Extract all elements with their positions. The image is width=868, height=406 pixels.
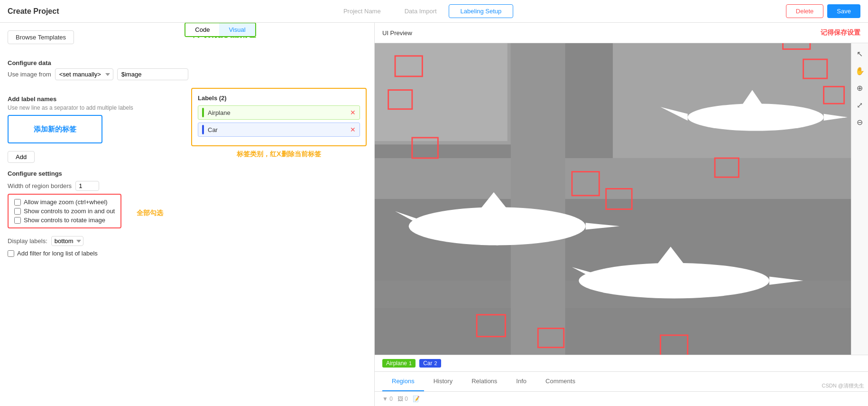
configure-data-section: Configure data Use image from <set manua… <box>8 59 367 80</box>
checkbox-group-row: Allow image zoom (ctrl+wheel) Show contr… <box>8 194 367 232</box>
image-source-select[interactable]: <set manually> <box>55 68 113 80</box>
left-panel: Browse Templates 代码或视觉增删标签 Code Visual C… <box>0 23 375 406</box>
visual-toggle-button[interactable]: Visual <box>219 23 255 36</box>
show-zoom-controls-label[interactable]: Show controls to zoom in and out <box>24 208 115 215</box>
cursor-icon[interactable]: ↖ <box>853 47 867 60</box>
configure-data-title: Configure data <box>8 59 367 66</box>
svg-point-8 <box>487 207 508 245</box>
width-of-region-row: Width of region borders <box>8 181 367 191</box>
tab-comments[interactable]: Comments <box>536 372 585 391</box>
label-chip-airplane[interactable]: Airplane 1 <box>382 359 416 368</box>
image-variable-input[interactable] <box>117 68 188 80</box>
labels-panel-title: Labels (2) <box>198 94 360 102</box>
label-chip-car-count: 2 <box>434 360 437 366</box>
svg-rect-1 <box>375 158 851 199</box>
label-item-airplane: Airplane ✕ <box>198 105 360 120</box>
step-project-name[interactable]: Project Name <box>332 4 393 18</box>
code-toggle-button[interactable]: Code <box>185 23 219 36</box>
display-labels-select[interactable]: bottom top none <box>51 236 83 246</box>
add-label-names-title: Add label names <box>8 95 180 103</box>
preview-header: UI Preview 记得保存设置 <box>375 23 868 43</box>
main-content: Browse Templates 代码或视觉增删标签 Code Visual C… <box>0 23 868 406</box>
add-label-hint: 添加新的标签 <box>34 125 76 134</box>
bottom-tabs: Regions History Relations Info Comments … <box>375 371 868 391</box>
configure-data-row: Use image from <set manually> <box>8 68 367 80</box>
label-chip-airplane-count: 1 <box>409 360 412 366</box>
allow-zoom-checkbox[interactable] <box>14 199 21 206</box>
csdn-watermark: CSDN @清狸先生 <box>822 382 864 389</box>
right-panel: UI Preview 记得保存设置 <box>375 23 868 406</box>
svg-rect-3 <box>511 43 565 355</box>
display-labels-label: Display labels: <box>8 237 47 245</box>
tab-history[interactable]: History <box>424 372 462 391</box>
checkbox-group: Allow image zoom (ctrl+wheel) Show contr… <box>8 194 121 228</box>
preview-title: UI Preview <box>382 29 412 37</box>
add-filter-label[interactable]: Add filter for long list of labels <box>17 250 98 257</box>
preview-toolbar: ↖ ✋ ⊕ ⤢ ⊖ <box>851 43 868 355</box>
browse-templates-button[interactable]: Browse Templates <box>8 30 74 44</box>
tab-info[interactable]: Info <box>507 372 536 391</box>
add-filter-row: Add filter for long list of labels <box>8 250 367 257</box>
all-check-hint: 全部勾选 <box>137 209 163 217</box>
allow-zoom-row: Allow image zoom (ctrl+wheel) <box>14 198 115 206</box>
steps-nav: Project Name Data Import Labeling Setup <box>332 4 513 18</box>
zoom-out-icon[interactable]: ⊖ <box>853 115 867 129</box>
header-actions: Delete Save <box>786 4 860 18</box>
labels-section-row: Add label names Use new line as a separa… <box>8 88 367 164</box>
zoom-in-icon[interactable]: ⊕ <box>853 81 867 94</box>
add-label-names-subtitle: Use new line as a separator to add multi… <box>8 104 180 111</box>
show-rotate-controls-label[interactable]: Show controls to rotate image <box>24 217 105 224</box>
regions-content: ▼ 0 🖼 0 📝 <box>375 391 868 406</box>
labels-hint: 标签类别，红X删除当前标签 <box>191 150 367 159</box>
add-label-button[interactable]: Add <box>8 151 35 163</box>
svg-point-16 <box>688 104 824 131</box>
configure-settings-title: Configure settings <box>8 170 367 177</box>
add-filter-checkbox[interactable] <box>8 250 14 257</box>
step-labeling-setup[interactable]: Labeling Setup <box>449 4 514 18</box>
show-zoom-controls-row: Show controls to zoom in and out <box>14 208 115 215</box>
show-zoom-controls-checkbox[interactable] <box>14 208 21 215</box>
allow-zoom-label[interactable]: Allow image zoom (ctrl+wheel) <box>24 198 108 206</box>
add-label-textarea-container[interactable]: 添加新的标签 <box>8 115 102 143</box>
tab-regions[interactable]: Regions <box>382 372 424 391</box>
svg-rect-6 <box>613 43 851 158</box>
label-item-car: Car ✕ <box>198 123 360 137</box>
labels-panel-section: Labels (2) Airplane ✕ Car ✕ 标签类别，红X删除当前标… <box>191 88 367 164</box>
hand-icon[interactable]: ✋ <box>853 64 867 77</box>
header: Create Project Project Name Data Import … <box>0 0 868 23</box>
label-chip-car-name: Car <box>423 360 432 367</box>
preview-area: ↖ ✋ ⊕ ⤢ ⊖ <box>375 43 868 355</box>
show-rotate-controls-row: Show controls to rotate image <box>14 217 115 224</box>
label-name-car: Car <box>208 126 350 133</box>
labels-panel: Labels (2) Airplane ✕ Car ✕ <box>191 88 367 146</box>
label-chip-car[interactable]: Car 2 <box>419 359 441 368</box>
show-rotate-controls-checkbox[interactable] <box>14 217 21 224</box>
airport-image <box>375 43 851 355</box>
code-visual-toggle: Code Visual <box>185 23 256 37</box>
step-data-import[interactable]: Data Import <box>393 4 449 18</box>
page-title: Create Project <box>8 7 59 16</box>
label-chip-airplane-name: Airplane <box>386 360 407 367</box>
labels-strip: Airplane 1 Car 2 <box>375 355 868 371</box>
display-labels-row: Display labels: bottom top none <box>8 236 367 246</box>
delete-button[interactable]: Delete <box>786 4 824 18</box>
tab-relations[interactable]: Relations <box>462 372 507 391</box>
fit-icon[interactable]: ⤢ <box>853 98 867 112</box>
save-button[interactable]: Save <box>827 4 860 18</box>
save-hint: 记得保存设置 <box>821 28 860 37</box>
configure-settings-section: Configure settings Width of region borde… <box>8 170 367 257</box>
label-color-airplane <box>202 108 204 117</box>
use-image-from-label: Use image from <box>8 71 51 78</box>
label-color-car <box>202 125 204 134</box>
width-input[interactable] <box>75 181 99 191</box>
svg-point-12 <box>579 263 769 299</box>
add-label-names-section: Add label names Use new line as a separa… <box>8 88 180 164</box>
label-delete-car[interactable]: ✕ <box>350 126 356 133</box>
width-label: Width of region borders <box>8 182 72 189</box>
preview-image-container <box>375 43 851 355</box>
label-name-airplane: Airplane <box>208 109 350 116</box>
label-delete-airplane[interactable]: ✕ <box>350 109 356 116</box>
